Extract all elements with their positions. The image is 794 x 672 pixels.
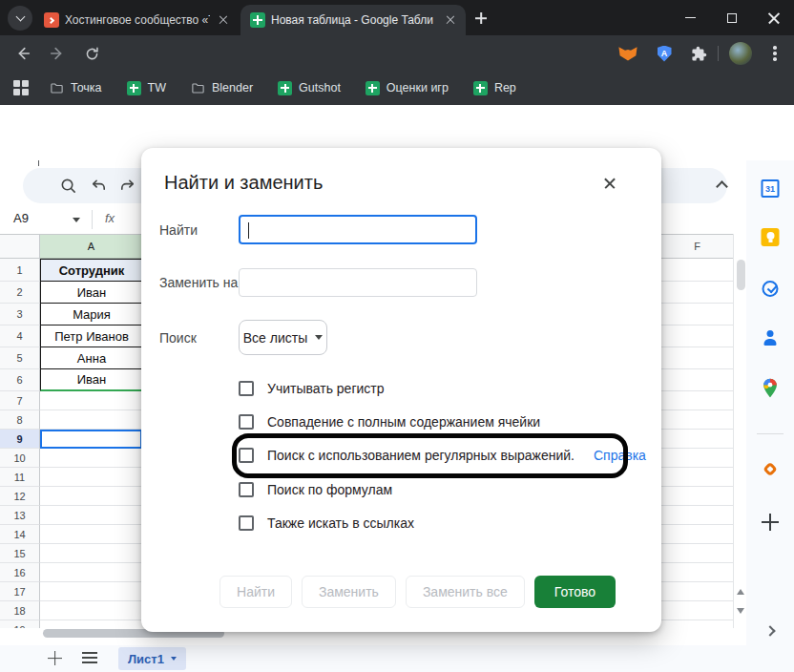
заменить-все-button[interactable]: Заменить все — [406, 576, 525, 608]
bookmark-item[interactable]: Blender — [191, 81, 253, 95]
cell-f6[interactable] — [661, 369, 733, 391]
replace-input[interactable] — [239, 268, 477, 297]
find-input[interactable] — [239, 215, 477, 244]
browser-tab-timeweb[interactable]: Хостинговое сообщество «Tim — [34, 5, 239, 35]
cell-a8[interactable] — [40, 410, 142, 430]
row-header-19[interactable]: 19 — [0, 620, 40, 628]
cell-a12[interactable] — [40, 487, 142, 506]
checkbox-row[interactable]: Поиск по формулам — [239, 481, 392, 498]
apps-grid-icon[interactable] — [13, 80, 29, 95]
cell-a16[interactable] — [40, 563, 142, 582]
cell-f12[interactable] — [661, 487, 733, 506]
cell-f17[interactable] — [661, 582, 733, 601]
cell-a3[interactable]: Мария — [40, 304, 142, 326]
cell-f14[interactable] — [661, 525, 733, 544]
maximize-button[interactable] — [710, 0, 754, 35]
tab-search-button[interactable] — [8, 6, 32, 31]
browser-tab-sheets[interactable]: Новая таблица - Google Табли — [240, 5, 466, 35]
cell-f19[interactable] — [661, 620, 733, 628]
checkbox-row[interactable]: Совпадение с полным содержанием ячейки — [239, 413, 540, 430]
cell-f13[interactable] — [661, 506, 733, 525]
row-header-4[interactable]: 4 — [0, 326, 40, 347]
close-window-button[interactable] — [752, 0, 794, 35]
vertical-scrollbar[interactable] — [733, 234, 746, 628]
column-header-a[interactable]: A — [40, 235, 142, 259]
cell-a10[interactable] — [40, 449, 142, 468]
row-header-9[interactable]: 9 — [0, 430, 40, 449]
cell-a19[interactable] — [40, 620, 142, 628]
row-header-16[interactable]: 16 — [0, 563, 40, 582]
row-header-5[interactable]: 5 — [0, 347, 40, 369]
row-header-15[interactable]: 15 — [0, 544, 40, 563]
cell-f2[interactable] — [661, 282, 733, 304]
column-header-f[interactable]: F — [661, 235, 733, 259]
cell-f10[interactable] — [661, 449, 733, 468]
checkbox-row[interactable]: Также искать в ссылках — [239, 514, 414, 532]
new-tab-button[interactable] — [473, 10, 489, 26]
cell-a7[interactable] — [40, 391, 142, 410]
bookmark-item[interactable]: TW — [127, 81, 166, 95]
collapse-panel-button[interactable] — [766, 627, 774, 635]
cell-f1[interactable] — [661, 259, 733, 282]
help-link[interactable]: Справка — [594, 448, 646, 463]
all-sheets-button[interactable] — [82, 652, 97, 663]
checkbox-row[interactable]: Поиск с использованием регулярных выраже… — [239, 447, 646, 464]
tasks-icon[interactable] — [763, 281, 779, 297]
bookmark-item[interactable]: Gutshot — [278, 81, 341, 95]
browser-profile-avatar[interactable] — [729, 42, 752, 65]
cell-a2[interactable]: Иван — [40, 282, 142, 304]
maps-icon[interactable] — [763, 378, 778, 398]
hide-toolbar-button[interactable] — [716, 180, 728, 193]
row-header-7[interactable]: 7 — [0, 391, 40, 410]
back-button[interactable] — [11, 42, 34, 65]
bookmark-item[interactable]: Точка — [50, 81, 102, 95]
row-header-18[interactable]: 18 — [0, 601, 40, 620]
keep-icon[interactable] — [762, 228, 780, 246]
cell-f3[interactable] — [661, 304, 733, 326]
cell-a5[interactable]: Анна — [40, 347, 142, 369]
bookmark-item[interactable]: Оценки игр — [366, 81, 449, 95]
name-box[interactable]: A9 — [13, 211, 29, 225]
заменить-button[interactable]: Заменить — [302, 576, 396, 608]
cell-f7[interactable] — [661, 391, 733, 410]
cell-a18[interactable] — [40, 601, 142, 620]
contacts-icon[interactable] — [762, 329, 780, 347]
cell-f18[interactable] — [661, 601, 733, 620]
browser-menu-button[interactable] — [763, 42, 786, 65]
scroll-down-icon[interactable] — [737, 608, 744, 614]
tab-close-icon[interactable] — [216, 12, 231, 28]
checkbox-icon[interactable] — [239, 448, 254, 463]
scrollbar-thumb[interactable] — [737, 260, 745, 290]
search-menus-button[interactable] — [59, 177, 77, 195]
done-button[interactable]: Готово — [534, 576, 616, 608]
cell-a17[interactable] — [40, 582, 142, 601]
cell-f11[interactable] — [661, 468, 733, 487]
cell-f9[interactable] — [661, 430, 733, 449]
search-scope-dropdown[interactable]: Все листы — [239, 320, 327, 355]
row-header-10[interactable]: 10 — [0, 449, 40, 468]
checkbox-icon[interactable] — [239, 482, 254, 497]
minimize-button[interactable] — [668, 0, 712, 35]
cell-a6[interactable]: Иван — [40, 369, 142, 391]
row-header-12[interactable]: 12 — [0, 487, 40, 506]
forward-button[interactable] — [46, 42, 69, 65]
extensions-button[interactable] — [687, 42, 710, 65]
cell-a11[interactable] — [40, 468, 142, 487]
checkbox-icon[interactable] — [239, 414, 254, 430]
cell-f8[interactable] — [661, 410, 733, 430]
addon-icon[interactable] — [765, 464, 776, 474]
row-header-2[interactable]: 2 — [0, 282, 40, 304]
checkbox-row[interactable]: Учитывать регистр — [239, 380, 385, 397]
name-box-dropdown-icon[interactable] — [73, 218, 80, 222]
select-all-corner[interactable] — [0, 235, 40, 259]
row-header-3[interactable]: 3 — [0, 304, 40, 326]
cell-f15[interactable] — [661, 544, 733, 563]
sheet-tab[interactable]: Лист1 — [118, 647, 186, 670]
cell-a15[interactable] — [40, 544, 142, 563]
add-sheet-button[interactable] — [48, 651, 62, 665]
metamask-extension-icon[interactable] — [616, 42, 639, 65]
checkbox-icon[interactable] — [239, 515, 254, 531]
cell-f16[interactable] — [661, 563, 733, 582]
row-header-8[interactable]: 8 — [0, 410, 40, 430]
checkbox-icon[interactable] — [239, 381, 254, 396]
